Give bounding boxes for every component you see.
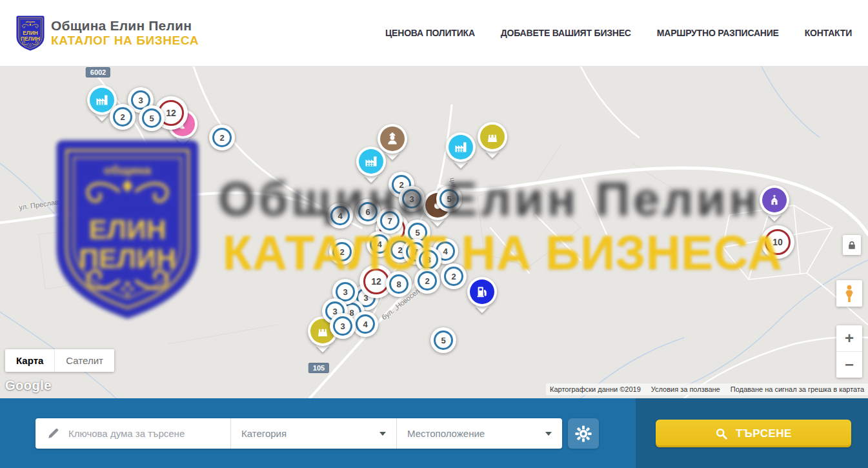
attribution-report-error-link[interactable]: Подаване на сигнал за грешка в картата: [731, 385, 864, 393]
factory-icon: [454, 140, 468, 154]
pin-head: [446, 132, 476, 162]
map-lock-button[interactable]: [843, 235, 861, 255]
cluster-count: 12: [363, 269, 389, 294]
google-logo[interactable]: Google: [5, 378, 52, 393]
search-fields-group: Категория Местоположение: [35, 418, 562, 449]
cluster-count: 10: [765, 229, 791, 255]
gear-icon: [575, 425, 592, 442]
keyword-section: [35, 418, 230, 449]
cluster-count: 5: [434, 331, 453, 350]
cluster-marker[interactable]: 4: [327, 203, 353, 229]
keyword-search-input[interactable]: [67, 427, 223, 440]
factory-map-pin[interactable]: [356, 147, 386, 184]
site-name: Община Елин Пелин: [51, 18, 199, 34]
search-submit-button[interactable]: ТЪРСЕНЕ: [656, 420, 851, 447]
site-tagline: КАТАЛОГ НА БИЗНЕСА: [51, 34, 199, 48]
cluster-marker[interactable]: 2: [110, 104, 136, 130]
cluster-marker[interactable]: 5: [430, 327, 456, 353]
cluster-count: 7: [380, 211, 399, 230]
nav-contacts[interactable]: КОНТАКТИ: [805, 28, 852, 38]
pin-circle: [359, 149, 383, 174]
category-select[interactable]: Категория: [230, 418, 396, 449]
pin-circle: [480, 125, 505, 149]
cluster-marker[interactable]: 3: [399, 186, 425, 212]
zoom-out-button[interactable]: −: [836, 351, 862, 378]
worker-icon: [385, 132, 399, 146]
cluster-count: 4: [330, 206, 350, 225]
cluster-count: 5: [439, 189, 459, 209]
header: Община Елин Пелин КАТАЛОГ НА БИЗНЕСА ЦЕН…: [0, 0, 868, 66]
attribution-terms-link[interactable]: Условия за ползване: [651, 385, 720, 393]
cluster-marker[interactable]: 5: [436, 186, 462, 212]
map-attribution: Картографски данни ©2019 Условия за полз…: [546, 383, 868, 395]
logo-text: Община Елин Пелин КАТАЛОГ НА БИЗНЕСА: [51, 18, 199, 48]
fuel-pump-icon: [476, 285, 489, 298]
zoom-in-button[interactable]: +: [836, 325, 862, 351]
nav-route-schedule[interactable]: МАРШРУТНО РАЗПИСАНИЕ: [657, 28, 779, 38]
lock-icon: [848, 241, 856, 250]
cluster-count: 3: [402, 189, 421, 209]
location-select-value: Местоположение: [407, 428, 485, 439]
pin-head: [356, 147, 386, 176]
pin-head: [760, 185, 789, 215]
road-number-badge: 6002: [86, 67, 110, 77]
cluster-count: 8: [419, 250, 438, 269]
cluster-count: 8: [389, 274, 409, 294]
cluster-count: 2: [332, 242, 352, 261]
pencil-icon: [47, 427, 59, 440]
search-bar: Категория Местоположение: [0, 398, 868, 468]
bag-map-pin[interactable]: [478, 122, 507, 159]
cluster-marker[interactable]: 4: [352, 311, 378, 337]
pin-circle: [470, 280, 494, 304]
pegman-icon: [843, 285, 856, 303]
fuel-map-pin[interactable]: [467, 277, 497, 314]
cluster-marker[interactable]: 10: [761, 225, 794, 259]
map-type-satellite-button[interactable]: Сателит: [54, 349, 114, 372]
cluster-count: 5: [142, 108, 161, 128]
cluster-count: 2: [418, 271, 437, 290]
nav-pricing-policy[interactable]: ЦЕНОВА ПОЛИТИКА: [385, 28, 475, 38]
map-canvas[interactable]: Община Елин Пелин КАТАЛОГ НА БИЗНЕСА Кар…: [0, 66, 868, 398]
factory-icon: [364, 154, 378, 168]
cluster-marker[interactable]: 7: [377, 208, 403, 234]
cluster-marker[interactable]: 5: [139, 105, 165, 131]
cluster-count: 6: [358, 202, 378, 221]
advanced-search-button[interactable]: [568, 418, 599, 449]
search-icon: [715, 427, 728, 440]
page: Община Елин Пелин КАТАЛОГ НА БИЗНЕСА ЦЕН…: [0, 0, 868, 468]
main-nav: ЦЕНОВА ПОЛИТИКА ДОБАВЕТЕ ВАШИЯТ БИЗНЕС М…: [385, 28, 852, 38]
cluster-count: 2: [444, 267, 463, 286]
factory-map-pin[interactable]: [446, 132, 476, 170]
cluster-marker[interactable]: 2: [441, 263, 467, 289]
map-type-control: Карта Сателит: [5, 349, 114, 372]
pin-head: [467, 277, 497, 307]
cluster-count: 3: [333, 316, 352, 336]
cluster-count: 4: [370, 234, 389, 254]
attribution-copyright: Картографски данни ©2019: [550, 385, 641, 393]
location-select[interactable]: Местоположение: [396, 418, 562, 449]
chevron-down-icon: [545, 432, 552, 436]
cluster-count: 4: [356, 314, 375, 334]
nav-add-your-business[interactable]: ДОБАВЕТЕ ВАШИЯТ БИЗНЕС: [501, 28, 631, 38]
church-icon: [768, 194, 781, 207]
shopping-bag-icon: [486, 130, 499, 143]
cluster-count: 2: [113, 107, 132, 127]
municipality-crest-icon: [16, 15, 45, 51]
cluster-marker[interactable]: 8: [386, 271, 412, 297]
map-zoom-control: + −: [836, 325, 862, 378]
map-type-map-button[interactable]: Карта: [5, 349, 54, 372]
pin-circle: [762, 188, 787, 212]
factory-icon: [95, 93, 109, 107]
church-map-pin[interactable]: [760, 185, 789, 223]
cluster-marker[interactable]: 2: [414, 268, 440, 294]
road-number-badge: 105: [308, 363, 329, 373]
pin-circle: [449, 135, 473, 159]
cluster-marker[interactable]: 3: [330, 313, 356, 339]
cluster-marker[interactable]: 2: [329, 239, 355, 265]
shopping-bag-icon: [316, 325, 329, 338]
search-button-label: ТЪРСЕНЕ: [736, 427, 792, 440]
cluster-count: 2: [212, 128, 232, 147]
street-view-pegman[interactable]: [836, 280, 862, 307]
site-logo[interactable]: Община Елин Пелин КАТАЛОГ НА БИЗНЕСА: [16, 15, 199, 51]
cluster-marker[interactable]: 2: [209, 125, 235, 150]
